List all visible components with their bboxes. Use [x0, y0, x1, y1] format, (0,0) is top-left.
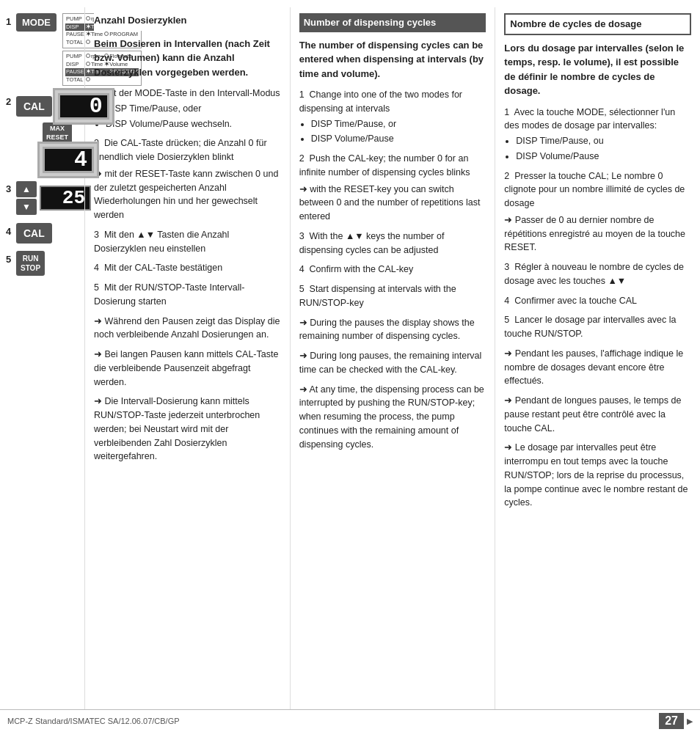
- max-reset-button[interactable]: MAX RESET: [43, 122, 72, 144]
- step-fr-2: 2 Presser la touche CAL; Le nombre 0 cli…: [504, 169, 691, 255]
- step-fr-4: 4 Confirmer avec la touche CAL: [504, 294, 691, 308]
- mode-button[interactable]: MODE: [16, 13, 56, 32]
- col-intro-fr: Lors du dosage par intervalles (selon le…: [504, 41, 691, 98]
- display-25: 25: [40, 186, 91, 211]
- col-intro-de: Beim Dosieren in Intervallen (nach Zeit …: [94, 37, 281, 80]
- step-5-content: RUN STOP: [16, 251, 80, 276]
- col-header-de: Anzahl Dosierzyklen: [94, 13, 281, 31]
- note-de-2: ➜ Bei langen Pausen kann mittels CAL-Tas…: [94, 348, 281, 389]
- page-number: 27: [659, 713, 684, 729]
- note-de-3: ➜ Die Intervall-Dosierung kann mittels R…: [94, 395, 281, 464]
- page-footer: MCP-Z Standard/ISMATEC SA/12.06.07/CB/GP…: [0, 709, 700, 732]
- note-fr-2: ➜ Pendant de longues pauses, le temps de…: [504, 394, 691, 435]
- step-fr-3: 3 Régler à nouveau le nombre de cycles d…: [504, 260, 691, 288]
- bullets-fr-1: DISP Time/Pause, ou DISP Volume/Pause: [516, 134, 691, 164]
- step-4-content: CAL: [16, 223, 80, 244]
- step-4-row: 4 CAL: [6, 223, 80, 244]
- main-content: 1 MODE PUMPrpmFlow rate: [0, 0, 700, 709]
- cal-button-step2[interactable]: CAL: [16, 96, 52, 117]
- columns-area: Anzahl Dosierzyklen Beim Dosieren in Int…: [84, 7, 700, 709]
- step-en-3: 3 With the ▲▼ keys the number of dispens…: [299, 230, 486, 257]
- col-intro-en: The number of dispensing cycles can be e…: [299, 38, 486, 81]
- step-1-row: 1 MODE PUMPrpmFlow rate: [6, 13, 80, 86]
- bullets-de-1: DISP Time/Pause, oder DISP Volume/Pause …: [106, 102, 281, 131]
- step-fr-5: 5 Lancer le dosage par intervalles avec …: [504, 313, 691, 341]
- step-3-row: 3 ▲ ▼ 25: [6, 180, 80, 216]
- step-3-content: ▲ ▼ 25: [16, 180, 91, 216]
- step-de-1: 1 Mit der MODE-Taste in den Intervall-Mo…: [94, 87, 281, 131]
- step-2-row: 2 CAL 0 MAX RESET: [6, 93, 80, 173]
- note-en-2: ➜ During long pauses, the remaining inte…: [299, 349, 486, 377]
- col-header-en: Number of dispensing cycles: [299, 13, 486, 32]
- step-en-1: 1 Change into one of the two modes for d…: [299, 88, 486, 146]
- step-1-number: 1: [6, 16, 16, 27]
- step-en-2: 2 Push the CAL-key; the number 0 for an …: [299, 152, 486, 224]
- note-de-1: ➜ Während den Pausen zeigt das Display d…: [94, 315, 281, 343]
- col-header-fr: Nombre de cycles de dosage: [504, 13, 691, 35]
- arrow-up-button[interactable]: ▲: [16, 181, 37, 197]
- bullets-en-1: DISP Time/Pause, or DISP Volume/Pause: [311, 117, 486, 147]
- footer-left: MCP-Z Standard/ISMATEC SA/12.06.07/CB/GP: [7, 717, 180, 725]
- step-en-4: 4 Confirm with the CAL-key: [299, 263, 486, 277]
- step-2-number: 2: [6, 96, 16, 107]
- step-fr-1: 1 Avec la touche MODE, sélectionner l'un…: [504, 106, 691, 164]
- arrow-down-button[interactable]: ▼: [16, 199, 37, 215]
- column-de: Anzahl Dosierzyklen Beim Dosieren in Int…: [85, 7, 291, 709]
- note-fr-1: ➜ Pendant les pauses, l'affichage indiqu…: [504, 347, 691, 388]
- column-en: Number of dispensing cycles The number o…: [291, 7, 496, 709]
- note-en-3: ➜ At any time, the dispensing process ca…: [299, 383, 486, 452]
- step-de-4: 4 Mit der CAL-Taste bestätigen: [94, 261, 281, 275]
- display-4: 4: [43, 147, 94, 173]
- column-fr: Nombre de cycles de dosage Lors du dosag…: [495, 7, 700, 709]
- cal-button-step4[interactable]: CAL: [16, 223, 52, 244]
- step-5-row: 5 RUN STOP: [6, 251, 80, 276]
- left-sidebar: 1 MODE PUMPrpmFlow rate: [0, 7, 84, 709]
- note-fr-3: ➜ Le dosage par intervalles peut être in…: [504, 441, 691, 510]
- step-5-number: 5: [6, 254, 16, 265]
- note-en-1: ➜ During the pauses the display shows th…: [299, 316, 486, 344]
- step-de-3: 3 Mit den ▲▼ Tasten die Anzahl Dosierzyk…: [94, 228, 281, 256]
- page-wrapper: 1 MODE PUMPrpmFlow rate: [0, 0, 700, 732]
- step-de-2: 2 Die CAL-Taste drücken; die Anzahl 0 fü…: [94, 136, 281, 222]
- step-3-number: 3: [6, 183, 16, 194]
- step-de-5: 5 Mit der RUN/STOP-Taste Intervall-Dosie…: [94, 281, 281, 309]
- display-0: 0: [58, 93, 109, 120]
- step-en-5: 5 Start dispensing at intervals with the…: [299, 282, 486, 310]
- run-stop-button[interactable]: RUN STOP: [16, 251, 45, 276]
- step-4-number: 4: [6, 226, 16, 237]
